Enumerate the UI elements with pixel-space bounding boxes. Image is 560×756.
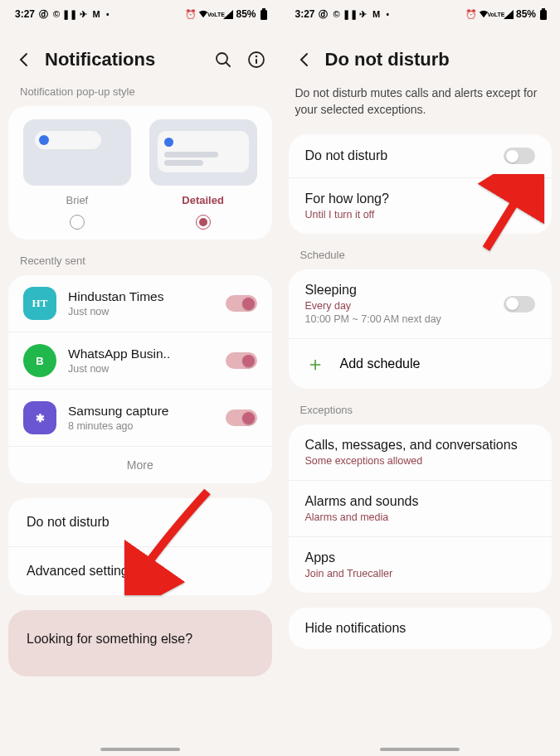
more-notifs-icon: •: [387, 10, 390, 19]
app-time: Just now: [68, 306, 214, 317]
app-name: Hindustan Times: [68, 289, 214, 304]
exceptions-card: Calls, messages, and conversations Some …: [289, 424, 553, 593]
for-how-long-row[interactable]: For how long? Until I turn it off: [289, 177, 553, 234]
app-toggle[interactable]: [226, 352, 257, 369]
app-time: Just now: [68, 363, 214, 375]
advanced-settings-item[interactable]: Advanced settings: [8, 546, 272, 595]
app-name: WhatsApp Busin..: [68, 346, 214, 361]
schedule-card: Sleeping Every day 10:00 PM ~ 7:00 AM ne…: [289, 269, 553, 389]
page-title: Do not disturb: [325, 49, 546, 70]
svg-rect-7: [540, 10, 547, 20]
dnd-toggle-row[interactable]: Do not disturb: [289, 134, 553, 177]
hide-title: Hide notifications: [305, 621, 536, 636]
pause-icon: ❚❚: [65, 9, 75, 19]
sleeping-title: Sleeping: [305, 283, 441, 298]
pause-icon: ❚❚: [345, 9, 355, 19]
brief-radio[interactable]: [70, 215, 85, 230]
brief-label: Brief: [66, 194, 89, 206]
battery-icon: [538, 9, 548, 19]
schedule-label: Schedule: [280, 249, 561, 269]
gmail-icon: M: [372, 9, 382, 19]
volte-icon: VoLTE: [211, 9, 221, 19]
battery-percent: 85%: [236, 8, 256, 20]
status-bar: 3:27 ⓓ © ❚❚ ✈ M • ⏰ VoLTE 85%: [0, 0, 280, 28]
dnd-indicator-icon: ⓓ: [319, 9, 329, 19]
dnd-toggle[interactable]: [504, 148, 535, 164]
sleeping-toggle[interactable]: [504, 296, 535, 313]
signal-icon: [223, 9, 233, 19]
settings-card: Do not disturb Advanced settings: [8, 498, 272, 595]
sleeping-row[interactable]: Sleeping Every day 10:00 PM ~ 7:00 AM ne…: [289, 269, 553, 338]
svg-line-3: [226, 63, 230, 67]
footer-help-card[interactable]: Looking for something else?: [8, 610, 272, 676]
status-bar: 3:27 ⓓ © ❚❚ ✈ M • ⏰ VoLTE 85%: [280, 0, 561, 28]
dnd-toggle-label: Do not disturb: [305, 148, 388, 163]
app-icon-ht: HT: [23, 287, 56, 320]
hide-card: Hide notifications: [289, 608, 553, 649]
sleeping-sub: Every day: [305, 300, 441, 312]
sleeping-time: 10:00 PM ~ 7:00 AM next day: [305, 313, 441, 325]
battery-percent: 85%: [516, 8, 536, 20]
home-indicator: [100, 748, 180, 751]
more-button[interactable]: More: [8, 446, 272, 483]
back-icon[interactable]: [15, 51, 33, 69]
dnd-description: Do not disturb mutes calls and alerts ex…: [280, 85, 561, 134]
popup-style-label: Notification pop-up style: [0, 85, 280, 106]
page-title: Notifications: [45, 49, 202, 70]
list-item[interactable]: B WhatsApp Busin.. Just now: [8, 332, 272, 389]
app-toggle[interactable]: [226, 410, 257, 426]
add-schedule-row[interactable]: ＋ Add schedule: [289, 338, 553, 389]
detailed-radio[interactable]: [196, 215, 211, 230]
volte-icon: VoLTE: [491, 9, 501, 19]
list-item[interactable]: ✱ Samsung capture 8 minutes ago: [8, 389, 272, 446]
svg-rect-8: [542, 8, 545, 10]
alarms-title: Alarms and sounds: [305, 494, 536, 509]
dnd-card: Do not disturb For how long? Until I tur…: [289, 134, 553, 234]
calls-row[interactable]: Calls, messages, and conversations Some …: [289, 424, 553, 480]
footer-text: Looking for something else?: [27, 632, 254, 647]
alarm-icon: ⏰: [186, 9, 196, 19]
for-how-long-value: Until I turn it off: [305, 209, 536, 220]
telegram-icon: ✈: [78, 9, 88, 19]
popup-style-card: Brief Detailed: [8, 106, 272, 240]
list-item[interactable]: HT Hindustan Times Just now: [8, 275, 272, 332]
screen-notifications: 3:27 ⓓ © ❚❚ ✈ M • ⏰ VoLTE 85% Notificati…: [0, 0, 280, 756]
app-icon-wb: B: [23, 344, 56, 377]
recent-apps-card: HT Hindustan Times Just now B WhatsApp B…: [8, 275, 272, 483]
svg-rect-1: [262, 8, 265, 10]
for-how-long-label: For how long?: [305, 191, 536, 206]
exceptions-label: Exceptions: [280, 404, 561, 424]
dnd-menu-item[interactable]: Do not disturb: [8, 498, 272, 546]
home-indicator: [380, 748, 460, 751]
header: Notifications: [0, 28, 280, 85]
svg-rect-6: [256, 59, 257, 64]
apps-sub: Join and Truecaller: [305, 568, 536, 579]
plus-icon: ＋: [305, 354, 325, 374]
whatsapp-icon: ©: [51, 9, 61, 19]
app-time: 8 minutes ago: [68, 420, 214, 432]
svg-point-5: [255, 56, 257, 58]
calls-title: Calls, messages, and conversations: [305, 438, 536, 453]
recently-sent-label: Recently sent: [0, 254, 280, 275]
whatsapp-icon: ©: [332, 9, 342, 19]
brief-preview: [23, 119, 131, 186]
back-icon[interactable]: [295, 51, 314, 69]
hide-notifications-row[interactable]: Hide notifications: [289, 608, 553, 649]
apps-row[interactable]: Apps Join and Truecaller: [289, 536, 553, 593]
detailed-preview: [149, 119, 257, 186]
screen-dnd: 3:27 ⓓ © ❚❚ ✈ M • ⏰ VoLTE 85% Do not dis…: [280, 0, 561, 756]
detailed-label: Detailed: [182, 194, 224, 206]
battery-icon: [259, 9, 269, 19]
app-toggle[interactable]: [226, 295, 257, 312]
popup-brief-option[interactable]: Brief: [18, 119, 136, 230]
popup-detailed-option[interactable]: Detailed: [144, 119, 262, 230]
dnd-indicator-icon: ⓓ: [38, 9, 48, 19]
search-icon[interactable]: [214, 51, 232, 69]
app-name: Samsung capture: [68, 404, 214, 419]
info-icon[interactable]: [247, 51, 265, 69]
telegram-icon: ✈: [358, 9, 368, 19]
signal-icon: [504, 9, 514, 19]
alarms-row[interactable]: Alarms and sounds Alarms and media: [289, 480, 553, 536]
svg-rect-0: [261, 10, 267, 20]
apps-title: Apps: [305, 550, 536, 565]
